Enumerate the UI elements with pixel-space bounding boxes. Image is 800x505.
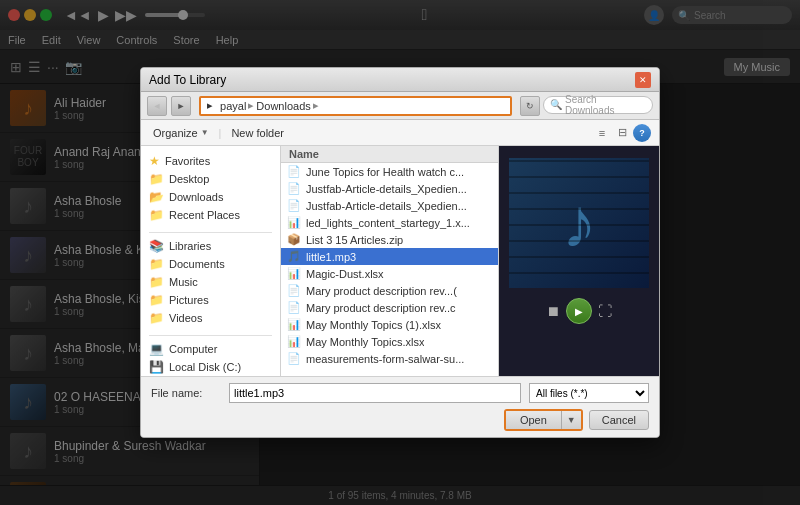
preview-music-note-icon: ♪ [562,183,597,263]
file-item[interactable]: 📄 June Topics for Health watch c... [281,163,498,180]
file-item[interactable]: 📄 Justfab-Article-details_Xpedien... [281,180,498,197]
tree-local-disk[interactable]: 💾 Local Disk (C:) [141,358,280,376]
folder-icon: 📁 [149,275,164,289]
preview-expand-button[interactable]: ⛶ [598,303,612,319]
excel-icon: 📊 [287,267,301,280]
organize-button[interactable]: Organize ▼ [149,125,213,141]
computer-section: 💻 Computer 💾 Local Disk (C:) 💾 System Re… [141,340,280,376]
local-disk-label: Local Disk (C:) [169,361,241,373]
folder-icon: 📂 [149,190,164,204]
tree-desktop[interactable]: 📁 Desktop [141,170,280,188]
file-item-may2[interactable]: 📊 May Monthly Topics.xlsx [281,333,498,350]
file-item-mp3-selected[interactable]: 🎵 little1.mp3 [281,248,498,265]
downloads-label: Downloads [169,191,223,203]
libraries-label: Libraries [169,240,211,252]
refresh-button[interactable]: ↻ [520,96,540,116]
view-details-button[interactable]: ⊟ [613,124,631,142]
folder-icon: 📁 [149,208,164,222]
tree-videos[interactable]: 📁 Videos [141,309,280,327]
tree-recent[interactable]: 📁 Recent Places [141,206,280,224]
open-dropdown-button[interactable]: ▼ [561,411,581,429]
file-item[interactable]: 📄 measurements-form-salwar-su... [281,350,498,367]
filename-row: File name: All files (*.*) [151,383,649,403]
dialog-toolbar: Organize ▼ | New folder ≡ ⊟ ? [141,120,659,146]
dialog-close-button[interactable]: ✕ [635,72,651,88]
tree-divider [149,232,272,233]
file-name: led_lights_content_startegy_1.x... [306,217,470,229]
dialog-overlay: Add To Library ✕ ◄ ► ▸ payal ▸ Downloads… [0,0,800,505]
filename-input[interactable] [229,383,521,403]
open-button-group: Open ▼ [504,409,583,431]
tree-documents[interactable]: 📁 Documents [141,255,280,273]
file-name: Magic-Dust.xlsx [306,268,384,280]
hdd-icon: 💾 [149,360,164,374]
tree-divider-2 [149,335,272,336]
toolbar-divider: | [219,127,222,139]
dialog-title: Add To Library [149,73,226,87]
favorites-label: Favorites [165,155,210,167]
folder-icon: 📁 [149,172,164,186]
search-icon: 🔍 [550,99,562,110]
search-placeholder: Search Downloads [565,94,646,116]
file-icon: 📄 [287,301,301,314]
breadcrumb-arrow: ▸ [207,99,213,112]
tree-computer-label: 💻 Computer [141,340,280,358]
file-icon: 📄 [287,182,301,195]
preview-image: ♪ [509,158,649,288]
preview-play-button[interactable]: ▶ [566,298,592,324]
file-item-zip[interactable]: 📦 List 3 15 Articles.zip [281,231,498,248]
file-name: little1.mp3 [306,251,356,263]
file-name: Justfab-Article-details_Xpedien... [306,200,467,212]
file-item[interactable]: 📄 Justfab-Article-details_Xpedien... [281,197,498,214]
help-button[interactable]: ? [633,124,651,142]
tree-pictures[interactable]: 📁 Pictures [141,291,280,309]
search-box-dialog[interactable]: 🔍 Search Downloads [543,96,653,114]
file-name: May Monthly Topics (1).xlsx [306,319,441,331]
open-button[interactable]: Open [506,411,561,429]
folder-icon: 📁 [149,257,164,271]
nav-back-button[interactable]: ◄ [147,96,167,116]
file-name: List 3 15 Articles.zip [306,234,403,246]
file-name: measurements-form-salwar-su... [306,353,464,365]
dialog-bottom: File name: All files (*.*) Open ▼ Cancel [141,376,659,437]
nav-forward-button[interactable]: ► [171,96,191,116]
file-item[interactable]: 📄 Mary product description rev...( [281,282,498,299]
excel-icon: 📊 [287,216,301,229]
file-name: May Monthly Topics.xlsx [306,336,424,348]
file-name: June Topics for Health watch c... [306,166,464,178]
excel-icon: 📊 [287,318,301,331]
excel-icon: 📊 [287,335,301,348]
folder-tree: ★ Favorites 📁 Desktop 📂 Downloads 📁 Rece… [141,146,281,376]
view-list-button[interactable]: ≡ [593,124,611,142]
tree-music[interactable]: 📁 Music [141,273,280,291]
filetype-select[interactable]: All files (*.*) [529,383,649,403]
preview-controls: ⏹ ▶ ⛶ [546,298,612,324]
file-item[interactable]: 📄 Mary product description rev..c [281,299,498,316]
tree-libraries-label: 📚 Libraries [141,237,280,255]
file-item[interactable]: 📊 led_lights_content_startegy_1.x... [281,214,498,231]
music-label: Music [169,276,198,288]
preview-panel: ♪ ⏹ ▶ ⛶ [499,146,659,376]
star-icon: ★ [149,154,160,168]
breadcrumb-downloads[interactable]: Downloads [256,100,310,112]
new-folder-button[interactable]: New folder [227,125,288,141]
tree-downloads[interactable]: 📂 Downloads [141,188,280,206]
documents-label: Documents [169,258,225,270]
breadcrumb-payal[interactable]: payal [220,100,246,112]
videos-label: Videos [169,312,202,324]
zip-icon: 📦 [287,233,301,246]
cancel-button[interactable]: Cancel [589,410,649,430]
libraries-section: 📚 Libraries 📁 Documents 📁 Music 📁 Pictur… [141,237,280,327]
file-icon: 📄 [287,284,301,297]
folder-icon: 📁 [149,311,164,325]
file-item[interactable]: 📊 Magic-Dust.xlsx [281,265,498,282]
file-name: Mary product description rev..c [306,302,456,314]
breadcrumb-bar: ▸ payal ▸ Downloads ▸ [199,96,512,116]
file-list-panel: Name 📄 June Topics for Health watch c...… [281,146,499,376]
file-name: Mary product description rev...( [306,285,457,297]
organize-label: Organize [153,127,198,139]
file-item-may1[interactable]: 📊 May Monthly Topics (1).xlsx [281,316,498,333]
view-toggle: ≡ ⊟ ? [593,124,651,142]
mp3-icon: 🎵 [287,250,301,263]
preview-stop-button[interactable]: ⏹ [546,303,560,319]
